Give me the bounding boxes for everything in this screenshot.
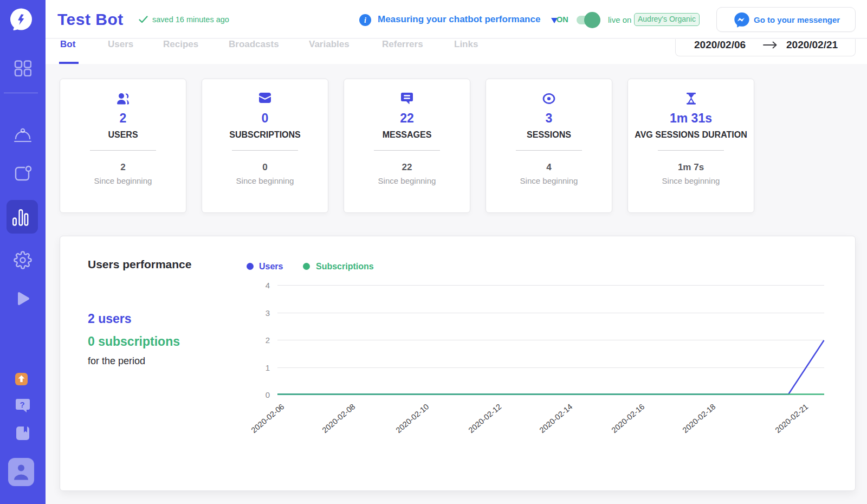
svg-text:i: i bbox=[364, 16, 366, 24]
svg-text:?: ? bbox=[20, 400, 24, 409]
